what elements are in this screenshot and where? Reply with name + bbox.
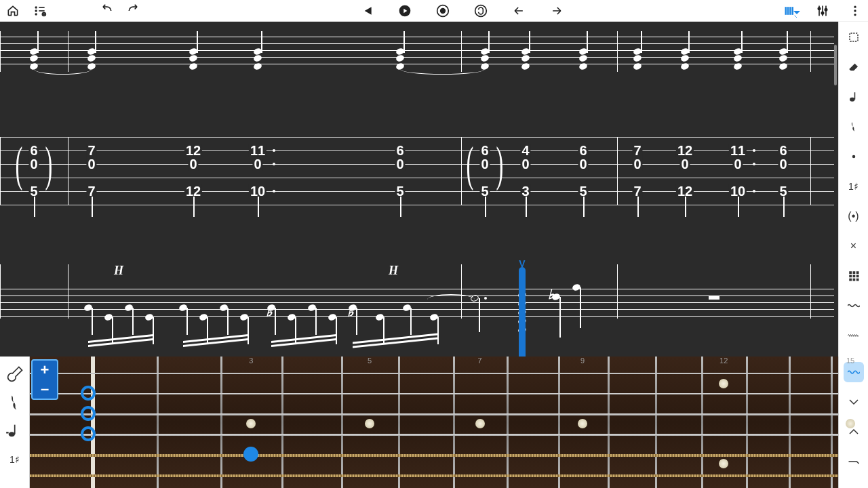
tab-fret[interactable]: 7	[86, 184, 96, 198]
tab-fret[interactable]: 0	[732, 157, 743, 171]
quarter-note-tool[interactable]	[5, 390, 24, 415]
tab-fret[interactable]: 12	[184, 144, 202, 157]
rewind-button[interactable]	[359, 3, 374, 18]
svg-rect-20	[850, 33, 858, 41]
fretboard[interactable]: + – 357912151719	[30, 357, 838, 488]
sustain-tool[interactable]	[844, 451, 864, 472]
tab-fret[interactable]: 0	[778, 157, 788, 171]
svg-point-23	[852, 155, 855, 159]
tab-fret[interactable]: 6	[395, 144, 405, 157]
loop-button[interactable]	[473, 3, 488, 18]
note-tool[interactable]	[844, 87, 864, 107]
articulation-tool[interactable]	[5, 419, 24, 443]
tab-fret[interactable]: 11	[729, 144, 747, 157]
tab-fret[interactable]: 0	[395, 157, 405, 171]
tab-fret[interactable]: 12	[676, 184, 694, 198]
grid-tool[interactable]	[844, 266, 864, 286]
setlist-button[interactable]	[33, 3, 47, 18]
string[interactable]	[30, 413, 838, 415]
tab-fret[interactable]: 0	[679, 157, 690, 171]
tab-fret[interactable]: 6	[778, 144, 788, 157]
sharp-tool[interactable]: 1♯	[5, 447, 24, 472]
tab-fret[interactable]: 11	[249, 144, 267, 157]
instrument-tool[interactable]	[5, 362, 24, 386]
undo-button[interactable]	[99, 3, 114, 18]
rest-tool[interactable]	[844, 117, 864, 137]
tab-fret[interactable]: 5	[778, 184, 788, 198]
accidental-tool[interactable]: 1♯	[844, 176, 864, 197]
next-button[interactable]	[549, 3, 564, 18]
edit-cursor[interactable]	[519, 267, 526, 357]
tab-fret[interactable]: 5	[479, 184, 490, 198]
mixer-button[interactable]	[815, 3, 830, 18]
tab-fret[interactable]: 0	[252, 157, 262, 171]
finger-open[interactable]	[81, 386, 96, 401]
string[interactable]	[30, 373, 838, 374]
scrollbar[interactable]	[834, 45, 837, 85]
svg-rect-26	[856, 271, 859, 274]
vibrato-tool[interactable]	[844, 296, 864, 316]
svg-rect-32	[856, 279, 859, 281]
tab-fret[interactable]: 7	[86, 144, 96, 157]
svg-rect-29	[856, 275, 859, 278]
tab-fret[interactable]: 7	[632, 144, 642, 157]
tie-tool[interactable]: (•)	[844, 206, 864, 226]
string[interactable]	[30, 454, 838, 457]
keyboard-toggle[interactable]	[783, 3, 797, 18]
fretboard-left-tools: 1♯	[0, 357, 30, 488]
record-button[interactable]	[435, 3, 450, 18]
dot-tool[interactable]	[844, 146, 864, 167]
finger-open[interactable]	[81, 406, 96, 421]
tab-fret[interactable]: 5	[395, 184, 405, 198]
finger-pressed[interactable]	[243, 447, 258, 462]
zoom-out[interactable]: –	[33, 380, 57, 399]
finger-open[interactable]	[81, 426, 96, 441]
tremolo-tool[interactable]	[844, 325, 864, 346]
score-view[interactable]: ()6057071201211010605()60540360570712012…	[0, 22, 868, 357]
home-button[interactable]	[5, 3, 20, 18]
tab-fret[interactable]: 6	[479, 144, 490, 157]
selection-tool[interactable]	[844, 27, 864, 47]
tab-fret[interactable]: 0	[520, 157, 530, 171]
tab-fret[interactable]: 0	[632, 157, 642, 171]
redo-button[interactable]	[126, 3, 141, 18]
tab-fret[interactable]: 5	[28, 184, 39, 198]
tab-fret[interactable]: 6	[578, 144, 588, 157]
svg-rect-4	[39, 10, 44, 12]
tab-fret[interactable]: 10	[249, 184, 267, 198]
nut	[91, 357, 95, 488]
tab-fret[interactable]: 4	[520, 144, 530, 157]
tab-fret[interactable]: 0	[188, 157, 198, 171]
notation-staff-1	[0, 31, 834, 72]
fret-number: 3	[249, 357, 253, 365]
tab-fret[interactable]: 5	[578, 184, 588, 198]
svg-point-18	[854, 9, 856, 12]
string[interactable]	[30, 474, 838, 477]
tab-fret[interactable]: 0	[479, 157, 490, 171]
svg-point-16	[825, 8, 827, 10]
tab-fret[interactable]: 3	[520, 184, 530, 198]
whammy-tool[interactable]	[844, 362, 864, 382]
zoom-control[interactable]: + –	[31, 359, 58, 400]
svg-rect-31	[852, 279, 855, 281]
delete-tool[interactable]: ×	[844, 236, 864, 256]
tab-fret[interactable]: 12	[184, 184, 202, 198]
prev-button[interactable]	[511, 3, 526, 18]
eraser-tool[interactable]	[844, 57, 864, 77]
zoom-in[interactable]: +	[33, 361, 57, 380]
strum-down-tool[interactable]	[844, 392, 864, 412]
string[interactable]	[30, 434, 838, 436]
tab-fret[interactable]: 6	[28, 144, 39, 157]
string[interactable]	[30, 393, 838, 394]
menu-button[interactable]	[848, 3, 863, 18]
tab-fret[interactable]: 12	[676, 144, 694, 157]
tab-fret[interactable]: 0	[28, 157, 39, 171]
tab-fret[interactable]: 10	[729, 184, 747, 198]
svg-point-0	[35, 6, 37, 8]
svg-rect-27	[849, 275, 852, 278]
tab-fret[interactable]: 0	[86, 157, 96, 171]
play-button[interactable]	[397, 3, 412, 18]
svg-point-19	[854, 14, 856, 16]
tab-fret[interactable]: 7	[632, 184, 642, 198]
tab-fret[interactable]: 0	[578, 157, 588, 171]
